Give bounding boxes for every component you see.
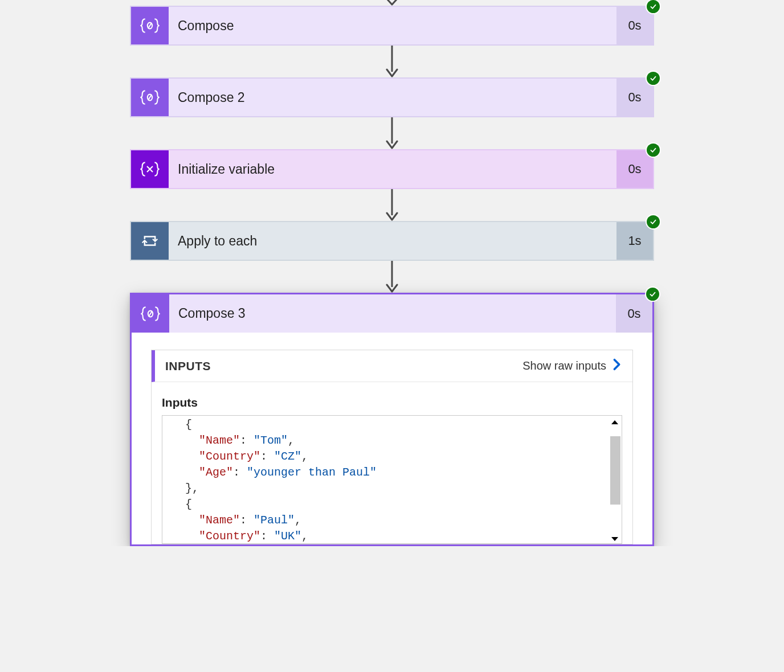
step-duration: 0s — [616, 150, 653, 188]
flow-arrow-icon — [0, 46, 784, 77]
step-duration: 0s — [616, 7, 653, 44]
success-badge-icon — [646, 288, 659, 301]
success-badge-icon — [647, 144, 660, 157]
flow-step-compose[interactable]: Compose 0s — [130, 6, 654, 46]
inputs-header-label: INPUTS — [165, 359, 211, 373]
flow-arrow-icon — [0, 189, 784, 221]
flow-step-compose-3-expanded[interactable]: Compose 3 0s INPUTS Show raw inputs — [130, 293, 654, 546]
success-badge-icon — [647, 215, 660, 228]
success-badge-icon — [647, 72, 660, 85]
step-duration: 0s — [616, 294, 652, 333]
compose-icon — [131, 7, 169, 44]
chevron-right-icon — [612, 358, 622, 374]
scroll-down-icon[interactable] — [610, 535, 619, 542]
scrollbar-thumb[interactable] — [610, 436, 620, 505]
inputs-sublabel: Inputs — [162, 396, 622, 409]
step-title: Compose — [169, 7, 616, 44]
step-duration: 1s — [616, 222, 653, 260]
compose-icon — [132, 294, 169, 333]
step-title: Initialize variable — [169, 150, 616, 188]
flow-arrow-icon — [0, 261, 784, 293]
scroll-up-icon[interactable] — [610, 417, 619, 424]
success-badge-icon — [647, 0, 660, 13]
flow-arrow-icon — [0, 0, 784, 6]
variable-icon — [131, 150, 169, 188]
compose-icon — [131, 79, 169, 116]
step-title: Apply to each — [169, 222, 616, 260]
json-content: { "Name": "Tom", "Country": "CZ", "Age":… — [162, 416, 622, 544]
show-raw-inputs-label: Show raw inputs — [522, 359, 606, 372]
flow-step-apply-to-each[interactable]: Apply to each 1s — [130, 221, 654, 261]
show-raw-inputs-button[interactable]: Show raw inputs — [522, 358, 622, 374]
flow-step-compose-2[interactable]: Compose 2 0s — [130, 77, 654, 117]
flow-step-initialize-variable[interactable]: Initialize variable 0s — [130, 149, 654, 189]
loop-icon — [131, 222, 169, 260]
inputs-section: INPUTS Show raw inputs Inputs — [151, 350, 633, 544]
step-title: Compose 2 — [169, 79, 616, 116]
flow-arrow-icon — [0, 117, 784, 149]
step-title: Compose 3 — [169, 294, 616, 333]
inputs-json-viewer[interactable]: { "Name": "Tom", "Country": "CZ", "Age":… — [162, 415, 622, 544]
step-duration: 0s — [616, 79, 653, 116]
